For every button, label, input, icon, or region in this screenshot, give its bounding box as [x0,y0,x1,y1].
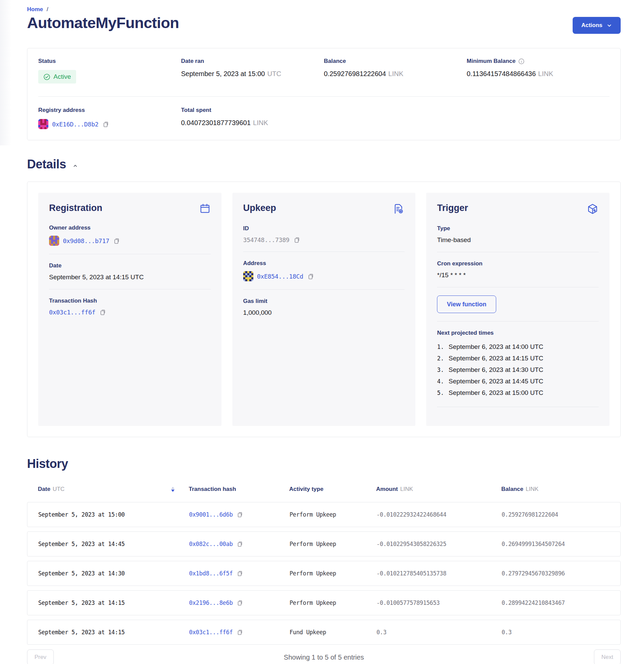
total-spent-value: 0.04072301877739601 [181,119,250,127]
row-amount: -0.0100577578915653 [377,599,502,606]
info-icon[interactable] [518,58,525,65]
min-balance-unit: LINK [538,70,553,78]
row-tx-link[interactable]: 0x2196...8e6b [189,599,233,606]
gas-limit-value: 1,000,000 [243,309,272,316]
copy-upkeep-id-button[interactable] [293,236,300,244]
gas-limit-field: Gas limit 1,000,000 [243,298,405,316]
row-activity: Perform Upkeep [289,511,377,518]
copy-row-tx-button[interactable] [236,570,243,577]
trigger-type-field: Type Time-based [437,225,599,244]
next-time-text: September 6, 2023 at 14:00 UTC [448,341,543,353]
registry-field: Registry address 0xE16D...D8b2 [38,107,181,129]
next-time-text: September 6, 2023 at 15:00 UTC [448,387,543,399]
cube-icon [586,203,599,215]
copy-registry-address-button[interactable] [102,121,109,128]
row-tx-link[interactable]: 0x1bd8...6f5f [189,570,233,577]
registration-date-value: September 5, 2023 at 14:15 UTC [49,273,144,281]
row-amount: 0.3 [377,629,502,636]
view-function-button[interactable]: View function [437,295,496,313]
cron-expression-field: Cron expression */15 * * * * [437,260,599,279]
trigger-type-label: Type [437,225,599,232]
registration-date-label: Date [49,262,211,269]
check-circle-icon [43,74,51,81]
copy-transaction-hash-button[interactable] [99,309,106,316]
history-heading: History [27,457,621,471]
upkeep-address-field: Address 0xE854...18Cd [243,260,405,281]
total-spent-unit: LINK [253,119,268,127]
min-balance-field: Minimum Balance 0.11364157484866436 LINK [467,58,609,83]
registry-address-link[interactable]: 0xE16D...D8b2 [52,121,98,128]
details-card: Registration Owner address 0x9d08...b717… [27,182,621,437]
total-spent-field: Total spent 0.04072301877739601 LINK [181,107,324,129]
pagination: Prev Showing 1 to 5 of 5 entries Next [27,649,621,664]
divider [243,251,405,252]
date-ran-field: Date ran September 5, 2023 at 15:00 UTC [181,58,324,83]
row-date: September 5, 2023 at 14:30 [38,570,189,577]
sort-descending-icon[interactable] [170,486,175,493]
divider [49,289,211,289]
owner-address-field: Owner address 0x9d08...b717 [49,225,211,246]
breadcrumb: Home / [27,6,621,13]
column-amount-unit: LINK [400,486,413,493]
copy-row-tx-button[interactable] [236,629,243,636]
copy-upkeep-address-button[interactable] [307,273,314,280]
next-times-list: 1. September 6, 2023 at 14:00 UTC 2. Sep… [437,341,599,399]
next-time-number: 1. [437,341,448,353]
details-collapse-toggle[interactable] [72,162,79,170]
min-balance-value: 0.11364157484866436 [467,70,536,78]
details-heading: Details [27,157,66,171]
copy-row-tx-button[interactable] [236,541,243,547]
balance-unit: LINK [388,70,403,78]
calendar-icon [199,203,211,214]
divider [437,287,599,287]
next-button[interactable]: Next [594,649,621,664]
prev-button[interactable]: Prev [27,649,54,664]
copy-owner-address-button[interactable] [113,237,120,245]
history-table: Date UTC Transaction hash Activity type … [27,486,621,645]
registration-date-field: Date September 5, 2023 at 14:15 UTC [49,262,211,281]
column-tx-label: Transaction hash [189,486,236,493]
row-activity: Perform Upkeep [289,599,377,606]
total-spent-label: Total spent [181,107,324,113]
column-date-label: Date [38,486,51,493]
column-amount-label: Amount [376,486,398,493]
table-row: September 5, 2023 at 14:15 0x2196...8e6b… [27,590,621,615]
copy-row-tx-button[interactable] [236,511,243,518]
transaction-hash-field: Transaction Hash 0x03c1...ff6f [49,297,211,316]
upkeep-address-link[interactable]: 0xE854...18Cd [257,273,303,280]
history-rows: September 5, 2023 at 15:00 0x9001...6d6b… [27,502,621,645]
upkeep-identicon [243,271,253,281]
upkeep-id-field: ID 354748...7389 [243,225,405,244]
row-balance: 0.3 [502,629,620,636]
owner-address-link[interactable]: 0x9d08...b717 [63,237,109,245]
min-balance-label: Minimum Balance [467,58,516,65]
upkeep-id-label: ID [243,225,405,232]
row-tx-link[interactable]: 0x03c1...ff6f [189,629,233,636]
table-row: September 5, 2023 at 14:30 0x1bd8...6f5f… [27,561,621,586]
next-projected-times-label: Next projected times [437,330,599,336]
row-date: September 5, 2023 at 14:15 [38,629,189,636]
row-activity: Perform Upkeep [289,570,377,577]
divider [49,254,211,254]
next-time-item: 2. September 6, 2023 at 14:15 UTC [437,353,599,364]
row-tx-link[interactable]: 0x9001...6d6b [189,511,233,518]
row-tx-link[interactable]: 0x082c...00ab [189,541,233,547]
actions-button-label: Actions [581,22,602,29]
divider [437,252,599,252]
balance-field: Balance 0.259276981222604 LINK [324,58,467,83]
divider [437,321,599,321]
next-time-text: September 6, 2023 at 14:15 UTC [448,353,543,364]
actions-button[interactable]: Actions [572,17,621,34]
row-activity: Fund Upkeep [289,629,377,636]
registry-label: Registry address [38,107,181,113]
table-row: September 5, 2023 at 14:15 0x03c1...ff6f… [27,620,621,645]
row-date: September 5, 2023 at 14:45 [38,541,189,547]
row-balance: 0.26949991364507264 [502,541,620,547]
transaction-hash-link[interactable]: 0x03c1...ff6f [49,309,95,316]
upkeep-address-label: Address [243,260,405,267]
copy-row-tx-button[interactable] [236,599,243,606]
status-badge: Active [38,70,76,83]
divider [243,289,405,290]
row-activity: Perform Upkeep [289,541,377,547]
breadcrumb-home-link[interactable]: Home [27,6,43,13]
